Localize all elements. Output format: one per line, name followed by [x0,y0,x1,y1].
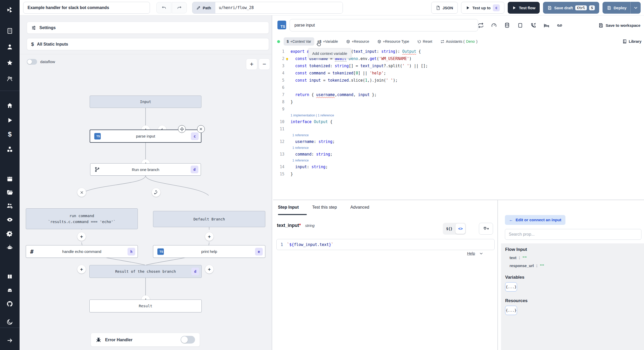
flow-input-title: Flow Input [505,247,640,252]
add-context-var-button[interactable]: $+Context Var [284,37,314,46]
variables-dollar-icon[interactable]: $ [0,129,20,140]
prop-row-text[interactable]: text : "" [505,255,640,260]
node-label: handle echo command [62,249,101,254]
settings-label: Settings [39,25,56,30]
ai-robot-icon[interactable] [0,242,20,253]
library-button[interactable]: Library [622,39,641,44]
workspace-building-icon[interactable] [0,25,20,37]
prop-row-response-url[interactable]: response_url : "" [505,263,640,268]
node-label: print help [201,249,217,254]
flow-title-input[interactable]: Example handler for slack bot commands [23,2,150,14]
runs-play-icon[interactable] [0,115,20,126]
audit-eye-icon[interactable] [0,214,20,225]
schedules-calendar-icon[interactable] [0,173,20,184]
tab-advanced[interactable]: Advanced [350,205,369,211]
add-resource-type-button[interactable]: +Resource Type [374,37,412,46]
bed-icon[interactable] [544,22,549,28]
remove-branch-button[interactable] [77,188,86,197]
json-button[interactable]: JSON [431,2,458,14]
expression-input[interactable]: 1 `${flow_input.text}` [276,239,495,250]
kbd-ctrl: Ctrl [575,5,587,10]
template-mode-button[interactable]: ${} [444,224,455,234]
code-mode-button[interactable]: <> [455,224,465,234]
path-field[interactable]: Path u/henri/flow_28 [192,2,343,14]
flow-node-input[interactable]: Input [90,96,201,108]
insert-step-plus-button[interactable]: + [77,265,86,274]
add-resource-button[interactable]: +Resource [343,37,372,46]
tab-step-input[interactable]: Step Input [278,205,299,211]
zoom-out-button[interactable]: − [259,58,270,70]
flow-node-print-help[interactable]: TS print help e [153,245,265,258]
undo-redo-group [156,2,187,13]
flow-node-handle-echo-command[interactable]: # handle echo command h [26,245,138,258]
language-status-dot [277,40,280,43]
active-tab-underline [278,214,307,215]
connect-input-plug-button[interactable] [479,223,493,235]
error-handler-toggle[interactable] [181,336,195,344]
phone-incoming-icon[interactable] [530,22,536,28]
assistants-button[interactable]: Assistants (Deno) [437,37,481,46]
dataflow-toggle[interactable] [27,59,37,65]
save-to-workspace-button[interactable]: Save to workspace [598,15,640,35]
save-draft-button[interactable]: Save draft Ctrl S [543,2,599,14]
dark-mode-moon-icon[interactable] [0,316,20,328]
repeat-icon[interactable] [478,22,484,28]
test-flow-button[interactable]: Test flow [508,2,540,14]
windmill-logo-icon[interactable] [0,4,20,15]
insert-step-plus-button[interactable]: + [205,265,214,274]
flow-node-run-one-branch[interactable]: Run one branch d [90,163,201,176]
step-name-input[interactable]: parse input [290,19,478,31]
favorites-star-icon[interactable] [0,57,20,69]
insert-step-plus-button[interactable]: + [205,232,214,241]
docs-book-icon[interactable] [0,271,20,282]
search-prop-input[interactable]: Search prop... [505,229,641,240]
all-static-inputs-bar[interactable]: $ All Static Inputs [27,38,269,50]
discord-icon[interactable] [0,285,20,296]
error-handler-bar[interactable]: Error Handler [91,333,200,347]
deploy-button[interactable]: Deploy [603,2,641,14]
github-icon[interactable] [0,298,20,310]
test-up-to-button[interactable]: Test up to c [461,2,505,14]
gauge-icon[interactable] [491,22,497,28]
flow-settings-bar[interactable]: Settings [27,22,269,34]
tab-test-this-step[interactable]: Test this step [312,205,337,211]
add-branch-button[interactable] [152,188,160,197]
reset-button[interactable]: Reset [414,37,435,46]
quickfix-lightbulb-icon[interactable] [285,57,289,61]
edit-or-connect-button[interactable]: ← Edit or connect an input [505,215,565,225]
code-editor[interactable]: 1export async function main(text_input: … [273,48,644,200]
resources-cubes-icon[interactable] [0,144,20,155]
user-icon[interactable] [0,41,20,53]
flow-node-result[interactable]: Result [89,300,202,312]
delete-node-button[interactable] [197,125,205,133]
help-link[interactable]: Help [467,251,475,255]
resources-object-chip[interactable]: {...} [505,306,517,315]
chevron-down-icon[interactable] [633,5,638,10]
settings-gear-icon[interactable] [0,228,20,239]
flow-node-result-of-chosen-branch[interactable]: Result of the chosen branch d [89,265,202,278]
voicemail-icon[interactable] [557,22,563,28]
groups-icon[interactable] [0,73,20,84]
expand-sidebar-arrow-icon[interactable] [0,335,20,346]
database-icon[interactable] [504,22,510,28]
step-badge-c: c [493,4,500,11]
chevron-down-icon[interactable] [479,251,483,255]
flow-node-run-command-branch[interactable]: run command `results.c.command === 'echo… [26,208,138,229]
variables-object-chip[interactable]: {...} [505,282,517,292]
workers-users-gear-icon[interactable] [0,200,20,211]
move-node-button[interactable] [178,125,186,133]
zoom-in-button[interactable]: + [246,58,257,70]
add-context-variable-tooltip: Add context variable [308,48,351,58]
home-icon[interactable] [0,100,20,111]
node-id-badge: h [128,248,135,255]
folders-icon[interactable] [0,186,20,198]
topbar: Example handler for slack bot commands P… [20,0,644,15]
flow-node-default-branch[interactable]: Default Branch [153,211,265,227]
undo-button[interactable] [156,2,171,13]
topbar-actions: JSON Test up to c Test flow Save draft C… [431,2,641,14]
dataflow-label: dataflow [40,59,55,64]
insert-step-plus-button[interactable]: + [77,232,86,241]
path-value[interactable]: u/henri/flow_28 [215,2,343,13]
redo-button[interactable] [172,2,187,13]
square-icon[interactable] [517,22,523,28]
